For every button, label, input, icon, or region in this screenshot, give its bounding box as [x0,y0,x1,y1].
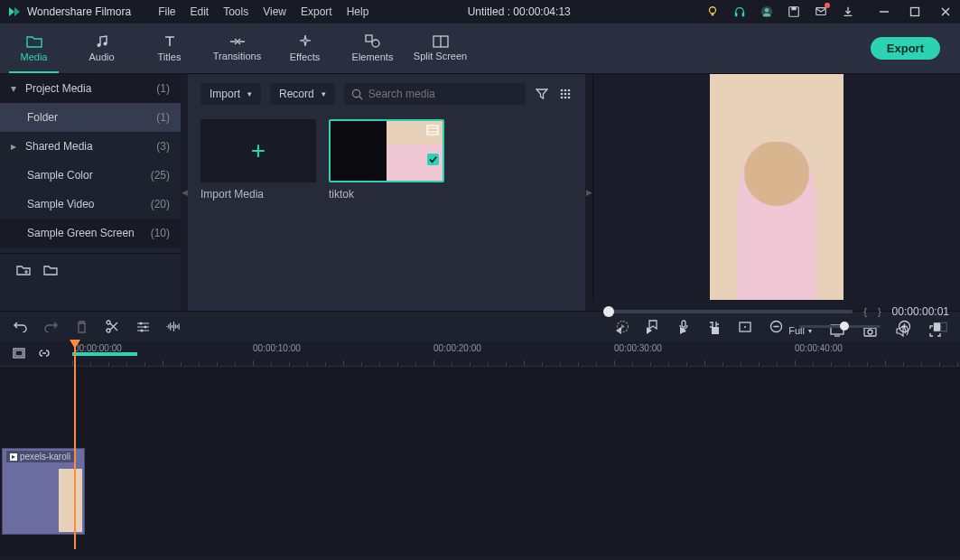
transitions-icon [229,35,246,48]
media-clip-tiktok[interactable]: tiktok [329,119,444,201]
app-logo-icon [7,5,22,19]
sidebar-item-count: (20) [151,198,170,210]
tab-splitscreen-label: Split Screen [414,51,467,61]
mark-out-icon[interactable]: } [878,306,881,317]
svg-point-20 [564,89,567,92]
timeline-clip[interactable]: pexels-karoli [2,448,85,535]
svg-point-24 [568,93,571,96]
zoom-in-icon[interactable] [897,320,911,334]
match-frame-icon[interactable] [13,348,25,360]
sidebar-item-count: (10) [151,227,170,239]
mic-icon[interactable] [676,320,691,334]
adjust-icon[interactable] [135,320,150,334]
menu-edit[interactable]: Edit [191,5,210,18]
folder-icon [26,34,42,49]
waveform-icon[interactable] [166,320,181,334]
svg-point-19 [561,89,564,92]
search-media-input[interactable] [368,88,518,100]
import-dropdown[interactable]: Import ▾ [200,83,261,105]
minimize-icon[interactable] [877,5,891,19]
sidebar-item-project-media[interactable]: ▾ Project Media (1) [0,74,181,103]
tab-elements[interactable]: Elements [339,23,406,73]
sidebar-item-label: Sample Video [27,198,151,210]
export-button[interactable]: Export [871,37,940,60]
tab-titles-label: Titles [158,51,182,62]
ruler-time-label: 00:00:20:00 [433,343,481,353]
svg-rect-54 [934,322,940,331]
tab-splitscreen[interactable]: Split Screen [406,23,474,73]
headphones-icon[interactable] [732,5,747,19]
app-name: Wondershare Filmora [27,5,131,18]
preview-viewport[interactable] [710,74,843,300]
menu-tools[interactable]: Tools [223,5,248,18]
media-clip-label: tiktok [329,188,444,201]
menu-view[interactable]: View [263,5,286,18]
timeline-tracks[interactable]: ▸ 1 pexels-karoli [0,367,960,556]
playhead[interactable] [74,341,76,549]
mark-in-icon[interactable]: { [863,306,867,317]
sidebar-item-sample-video[interactable]: Sample Video (20) [0,190,181,219]
ruler-time-label: 00:00:10:00 [253,343,301,353]
import-media-label: Import Media [200,188,316,201]
svg-point-25 [561,97,564,99]
tab-audio[interactable]: Audio [68,23,135,73]
message-icon[interactable] [814,5,828,19]
svg-point-42 [139,322,142,325]
render-icon[interactable] [615,320,629,334]
tab-effects[interactable]: Effects [271,23,339,73]
new-folder-icon[interactable] [16,263,31,277]
folder-icon[interactable] [43,263,58,277]
sidebar-item-label: Project Media [25,82,156,95]
chevron-down-icon: ▾ [322,89,326,98]
link-icon[interactable] [38,348,51,360]
crop-icon[interactable] [738,320,752,334]
maximize-icon[interactable] [908,5,922,19]
grid-view-icon[interactable] [558,87,573,101]
import-media-card[interactable]: + Import Media [200,119,316,201]
preview-scrubber[interactable] [603,310,853,313]
filter-icon[interactable] [535,87,549,101]
sidebar-item-folder[interactable]: Folder (1) [0,103,181,132]
chevron-down-icon: ▾ [11,82,22,95]
plus-icon: + [251,136,266,165]
marker-icon[interactable] [646,320,660,334]
user-icon[interactable] [760,5,774,19]
zoom-slider[interactable] [799,325,881,328]
record-dropdown[interactable]: Record ▾ [270,83,335,105]
svg-point-23 [564,93,567,96]
download-icon[interactable] [841,5,855,19]
redo-icon[interactable] [43,320,58,334]
media-panel: Import ▾ Record ▾ + Import Media [188,74,585,311]
zoom-fit-icon[interactable] [933,320,947,334]
menu-file[interactable]: File [158,5,175,18]
sidebar-item-count: (1) [156,111,170,124]
tab-titles[interactable]: Titles [135,23,203,73]
delete-icon[interactable] [74,320,89,334]
svg-rect-28 [427,126,438,135]
tab-transitions[interactable]: Transitions [203,23,271,73]
split-icon[interactable] [105,320,119,334]
svg-point-37 [107,321,110,324]
svg-point-11 [97,43,100,47]
menu-export[interactable]: Export [301,5,332,18]
save-icon[interactable] [787,5,801,19]
panel-collapse-icon[interactable]: ◀ [182,188,188,197]
sidebar-item-shared-media[interactable]: ▸ Shared Media (3) [0,132,181,161]
svg-point-0 [710,7,716,14]
sparkle-icon [298,34,312,49]
sidebar-item-sample-color[interactable]: Sample Color (25) [0,161,181,190]
timeline-ruler[interactable]: 00:00:00:00 00:00:10:00 00:00:20:00 00:0… [72,341,960,366]
mixer-icon[interactable] [707,320,722,334]
sidebar-item-sample-green[interactable]: Sample Green Screen (10) [0,219,181,247]
tab-media[interactable]: Media [0,23,68,73]
close-icon[interactable] [938,5,953,19]
zoom-out-icon[interactable] [769,320,783,334]
menu-help[interactable]: Help [347,5,369,18]
lightbulb-icon[interactable] [705,5,720,19]
sidebar-item-label: Shared Media [25,140,156,153]
svg-point-43 [144,326,146,329]
panel-collapse-icon[interactable]: ▶ [586,188,592,197]
search-media-wrap [344,83,526,105]
undo-icon[interactable] [13,320,27,334]
ruler-time-label: 00:00:00:00 [74,343,122,353]
